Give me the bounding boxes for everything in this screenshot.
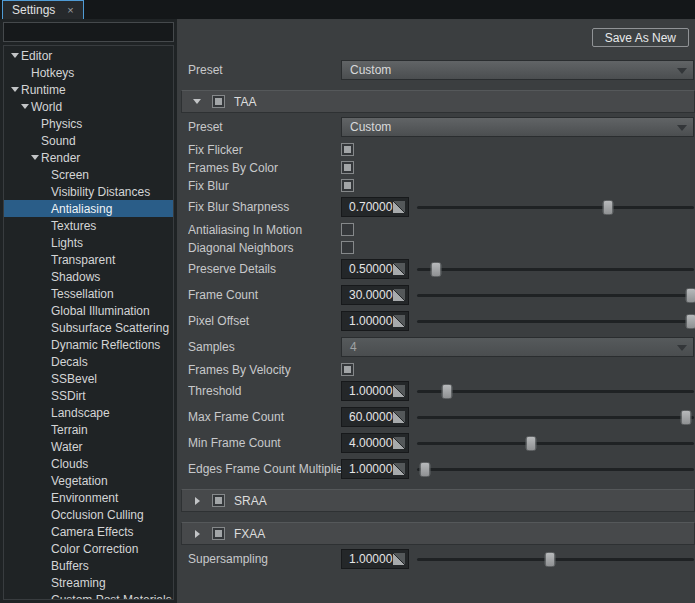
tree-item-clouds[interactable]: Clouds	[4, 455, 173, 472]
tree-item-subsurface-scattering[interactable]: Subsurface Scattering	[4, 319, 173, 336]
value-drag-icon[interactable]	[393, 315, 405, 327]
checkbox-sraa[interactable]	[212, 494, 225, 507]
value-drag-icon[interactable]	[393, 463, 405, 475]
tree-item-ssbevel[interactable]: SSBevel	[4, 370, 173, 387]
slider-track[interactable]	[417, 206, 694, 209]
spinbox-preserve-details[interactable]: 0.50000	[341, 259, 409, 279]
slider-handle[interactable]	[680, 410, 691, 425]
tree-item-textures[interactable]: Textures	[4, 217, 173, 234]
value-drag-icon[interactable]	[393, 411, 405, 423]
checkbox-antialiasing-in-motion[interactable]	[341, 223, 354, 236]
slider-max-frame-count[interactable]	[417, 408, 694, 426]
tree-item-screen[interactable]: Screen	[4, 166, 173, 183]
spinbox-min-frame-count[interactable]: 4.00000	[341, 433, 409, 453]
tree-item-buffers[interactable]: Buffers	[4, 557, 173, 574]
slider-track[interactable]	[417, 468, 694, 471]
tree-item-occlusion-culling[interactable]: Occlusion Culling	[4, 506, 173, 523]
slider-track[interactable]	[417, 268, 694, 271]
dropdown-samples[interactable]: 4	[341, 337, 694, 357]
slider-supersampling[interactable]	[417, 550, 694, 568]
slider-preserve-details[interactable]	[417, 260, 694, 278]
slider-track[interactable]	[417, 320, 694, 323]
tree-item-streaming[interactable]: Streaming	[4, 574, 173, 591]
tree-item-sound[interactable]: Sound	[4, 132, 173, 149]
slider-frame-count[interactable]	[417, 286, 694, 304]
dropdown-preset[interactable]: Custom	[341, 60, 694, 80]
spinbox-pixel-offset[interactable]: 1.00000	[341, 311, 409, 331]
tree-item-lights[interactable]: Lights	[4, 234, 173, 251]
tree-item-vegetation[interactable]: Vegetation	[4, 472, 173, 489]
chevron-right-icon[interactable]	[191, 530, 203, 538]
checkbox-diagonal-neighbors[interactable]	[341, 241, 354, 254]
chevron-down-icon[interactable]	[19, 104, 31, 109]
slider-min-frame-count[interactable]	[417, 434, 694, 452]
save-as-new-button[interactable]: Save As New	[592, 28, 689, 47]
tree-item-decals[interactable]: Decals	[4, 353, 173, 370]
tree-item-ssdirt[interactable]: SSDirt	[4, 387, 173, 404]
slider-threshold[interactable]	[417, 382, 694, 400]
tree-item-physics[interactable]: Physics	[4, 115, 173, 132]
value-drag-icon[interactable]	[393, 289, 405, 301]
slider-handle[interactable]	[442, 384, 453, 399]
tree-item-runtime[interactable]: Runtime	[4, 81, 173, 98]
tree-item-color-correction[interactable]: Color Correction	[4, 540, 173, 557]
chevron-down-icon[interactable]	[9, 53, 21, 58]
checkbox-taa[interactable]	[212, 95, 225, 108]
tree-item-transparent[interactable]: Transparent	[4, 251, 173, 268]
tree-item-world[interactable]: World	[4, 98, 173, 115]
value-drag-icon[interactable]	[393, 263, 405, 275]
tree-item-custom-post-materials[interactable]: Custom Post Materials	[4, 591, 173, 600]
slider-handle[interactable]	[525, 436, 536, 451]
tree-item-camera-effects[interactable]: Camera Effects	[4, 523, 173, 540]
value-drag-icon[interactable]	[393, 201, 405, 213]
search-input[interactable]	[3, 22, 174, 42]
slider-handle[interactable]	[686, 288, 695, 303]
slider-track[interactable]	[417, 390, 694, 393]
spinbox-max-frame-count[interactable]: 60.00000	[341, 407, 409, 427]
tab-settings[interactable]: Settings ×	[2, 0, 84, 19]
tree-item-water[interactable]: Water	[4, 438, 173, 455]
tree-item-dynamic-reflections[interactable]: Dynamic Reflections	[4, 336, 173, 353]
value-drag-icon[interactable]	[393, 385, 405, 397]
slider-track[interactable]	[417, 558, 694, 561]
dropdown-preset[interactable]: Custom	[341, 117, 694, 137]
tree-item-environment[interactable]: Environment	[4, 489, 173, 506]
section-header-sraa[interactable]: SRAA	[181, 489, 695, 512]
tree-item-global-illumination[interactable]: Global Illumination	[4, 302, 173, 319]
tree-item-hotkeys[interactable]: Hotkeys	[4, 64, 173, 81]
tree-item-shadows[interactable]: Shadows	[4, 268, 173, 285]
slider-track[interactable]	[417, 294, 694, 297]
spinbox-frame-count[interactable]: 30.00000	[341, 285, 409, 305]
checkbox-frames-by-color[interactable]	[341, 161, 354, 174]
slider-track[interactable]	[417, 442, 694, 445]
checkbox-frames-by-velocity[interactable]	[341, 363, 354, 376]
slider-pixel-offset[interactable]	[417, 312, 694, 330]
slider-handle[interactable]	[603, 200, 614, 215]
slider-handle[interactable]	[431, 262, 442, 277]
checkbox-fix-blur[interactable]	[341, 179, 354, 192]
chevron-right-icon[interactable]	[191, 497, 203, 505]
tree-item-antialiasing[interactable]: Antialiasing	[4, 200, 173, 217]
chevron-down-icon[interactable]	[9, 87, 21, 92]
value-drag-icon[interactable]	[393, 553, 405, 565]
tree-item-editor[interactable]: Editor	[4, 47, 173, 64]
value-drag-icon[interactable]	[393, 437, 405, 449]
slider-edges-frame-count-multiplier[interactable]	[417, 460, 694, 478]
tree-item-terrain[interactable]: Terrain	[4, 421, 173, 438]
section-header-fxaa[interactable]: FXAA	[181, 522, 695, 545]
slider-track[interactable]	[417, 416, 694, 419]
spinbox-fix-blur-sharpness[interactable]: 0.70000	[341, 197, 409, 217]
slider-handle[interactable]	[686, 314, 695, 329]
section-header-taa[interactable]: TAA	[181, 90, 695, 113]
spinbox-supersampling[interactable]: 1.00000	[341, 549, 409, 569]
slider-handle[interactable]	[420, 462, 431, 477]
chevron-down-icon[interactable]	[191, 99, 203, 104]
slider-handle[interactable]	[544, 552, 555, 567]
tree-item-visibility-distances[interactable]: Visibility Distances	[4, 183, 173, 200]
spinbox-edges-frame-count-multiplier[interactable]: 1.00000	[341, 459, 409, 479]
slider-fix-blur-sharpness[interactable]	[417, 198, 694, 216]
tree-item-render[interactable]: Render	[4, 149, 173, 166]
close-icon[interactable]: ×	[67, 5, 73, 16]
tree-item-tessellation[interactable]: Tessellation	[4, 285, 173, 302]
checkbox-fix-flicker[interactable]	[341, 143, 354, 156]
